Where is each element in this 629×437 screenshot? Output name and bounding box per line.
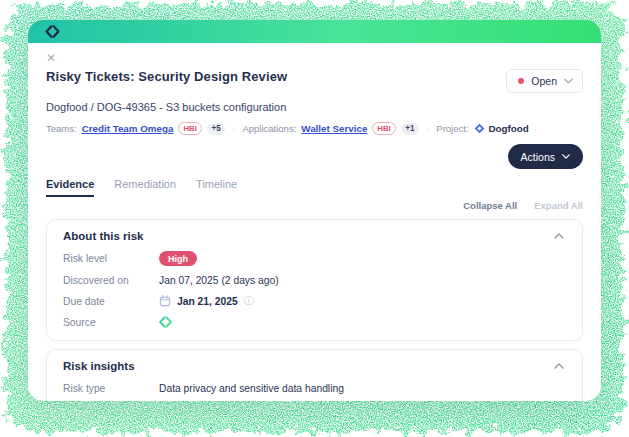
meta-row: Teams: Credit Team Omega HBI +5 · Applic… xyxy=(46,122,583,135)
title-row: Risky Tickets: Security Design Review Op… xyxy=(46,69,583,93)
expand-all-link[interactable]: Expand All xyxy=(534,200,583,211)
info-icon[interactable]: ⓘ xyxy=(244,294,254,308)
close-icon[interactable]: ✕ xyxy=(46,52,56,64)
row-label: Due date xyxy=(63,296,159,307)
status-dropdown[interactable]: Open xyxy=(506,69,583,93)
section-rows: Risk type Data privacy and sensitive dat… xyxy=(63,381,566,401)
section-title: About this risk xyxy=(63,230,144,242)
chevron-down-icon xyxy=(564,78,573,84)
risk-level-badge: High xyxy=(159,251,197,266)
status-label: Open xyxy=(531,75,557,87)
row-label: Risk level xyxy=(63,253,159,264)
teams-hbi-badge: HBI xyxy=(178,122,201,135)
meta-separator: · xyxy=(426,123,429,134)
about-this-risk-card: About this risk Risk level High Discover… xyxy=(46,219,583,341)
teams-label: Teams: xyxy=(46,123,77,134)
risk-insights-card: Risk insights Risk type Data privacy and… xyxy=(46,349,583,401)
tab-timeline[interactable]: Timeline xyxy=(196,178,237,197)
source-brand-icon xyxy=(159,316,172,328)
chevron-up-icon xyxy=(554,363,564,369)
applications-more-badge[interactable]: +1 xyxy=(401,123,419,135)
section-rows: Risk level High Discovered on Jan 07, 20… xyxy=(63,251,566,329)
actions-button[interactable]: Actions xyxy=(508,144,583,169)
section-header: About this risk xyxy=(63,230,566,242)
teams-more-badge[interactable]: +5 xyxy=(207,123,225,135)
discovered-on-row: Discovered on Jan 07, 2025 (2 days ago) xyxy=(63,273,566,287)
actions-label: Actions xyxy=(521,151,555,163)
applications-link[interactable]: Wallet Service xyxy=(301,123,367,134)
collapse-controls: Collapse All Expand All xyxy=(46,200,583,211)
project-diamond-icon xyxy=(474,123,485,134)
collapse-section-button[interactable] xyxy=(552,231,566,241)
risk-type-row: Risk type Data privacy and sensitive dat… xyxy=(63,381,566,395)
modal-body: ✕ Risky Tickets: Security Design Review … xyxy=(28,43,601,401)
due-date-control[interactable]: Jan 21, 2025 ⓘ xyxy=(159,294,254,308)
meta-separator: · xyxy=(232,123,235,134)
collapse-section-button[interactable] xyxy=(552,361,566,371)
gradient-topbar xyxy=(28,20,601,43)
due-date-row: Due date Jan 21, 2025 ⓘ xyxy=(63,294,566,308)
applications-hbi-badge: HBI xyxy=(372,122,395,135)
actions-row: Actions xyxy=(46,144,583,169)
ticket-subtitle: Dogfood / DOG-49365 - S3 buckets configu… xyxy=(46,101,583,113)
discovered-on-value: Jan 07, 2025 (2 days ago) xyxy=(159,275,279,286)
chevron-up-icon xyxy=(554,233,564,239)
page-title: Risky Tickets: Security Design Review xyxy=(46,69,287,84)
tab-evidence[interactable]: Evidence xyxy=(46,178,94,197)
calendar-icon xyxy=(159,295,171,307)
row-label: Source xyxy=(63,317,159,328)
applications-label: Applications: xyxy=(242,123,296,134)
status-dot-icon xyxy=(518,78,524,84)
project-chip[interactable]: Dogfood xyxy=(474,123,529,134)
section-header: Risk insights xyxy=(63,360,566,372)
source-row: Source xyxy=(63,315,566,329)
collapse-all-link[interactable]: Collapse All xyxy=(463,200,517,211)
teams-link[interactable]: Credit Team Omega xyxy=(82,123,174,134)
tab-remediation[interactable]: Remediation xyxy=(114,178,176,197)
tab-bar: Evidence Remediation Timeline xyxy=(46,178,583,197)
project-name: Dogfood xyxy=(489,123,529,134)
chevron-down-icon xyxy=(562,154,570,159)
project-more-dot: · xyxy=(534,124,537,134)
row-label: Risk type xyxy=(63,383,159,394)
due-date-value: Jan 21, 2025 xyxy=(177,296,238,307)
screenshot-stage: ✕ Risky Tickets: Security Design Review … xyxy=(0,0,629,437)
risk-ticket-modal: ✕ Risky Tickets: Security Design Review … xyxy=(28,20,601,401)
brand-diamond-icon xyxy=(45,25,60,38)
row-label: Discovered on xyxy=(63,275,159,286)
risk-type-value: Data privacy and sensitive data handling xyxy=(159,383,344,394)
section-title: Risk insights xyxy=(63,360,135,372)
risk-level-row: Risk level High xyxy=(63,251,566,266)
project-label: Project: xyxy=(436,123,468,134)
